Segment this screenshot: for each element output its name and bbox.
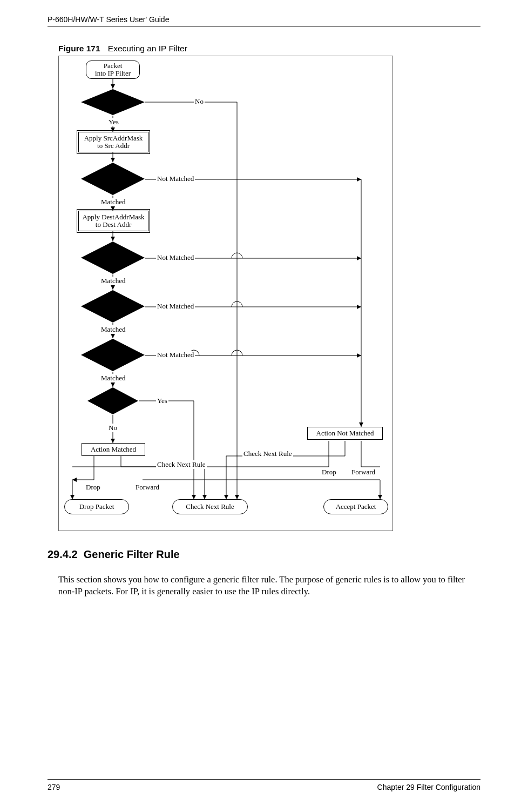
node-check-ports: Check Src & Dest Port [80,338,145,372]
edge-notmatched-3: Not Matched [156,302,195,311]
node-apply-src-label: Apply SrcAddrMask to Src Addr [84,135,143,150]
section-number: 29.4.2 [48,548,78,560]
node-check-src: Check Src IP Addr [80,162,145,196]
page-footer: 279 Chapter 29 Filter Configuration [48,779,480,791]
figure-caption: Figure 171 Executing an IP Filter [58,44,480,53]
node-filter-active: Filter Active? [80,89,145,116]
edge-forward-1: Forward [134,483,160,492]
svg-marker-1 [111,84,115,89]
edge-notmatched-1: Not Matched [156,175,195,183]
svg-marker-7 [111,206,115,211]
node-check-ports-label: Check Src & Dest Port [80,338,145,372]
svg-marker-3 [111,127,115,132]
edge-matched-3: Matched [100,325,126,334]
edge-yes-2: Yes [156,397,168,405]
section-title: Generic Filter Rule [84,548,180,560]
svg-marker-13 [111,334,115,338]
section-body: This section shows you how to configure … [58,574,475,598]
node-apply-dest-label: Apply DestAddrMask to Dest Addr [82,213,144,229]
figure-label: Figure 171 [58,44,100,53]
node-action-matched-label: Action Matched [91,446,136,453]
node-accept-packet-label: Accept Packet [336,503,376,511]
svg-marker-11 [111,285,115,290]
node-accept-packet: Accept Packet [323,499,388,514]
node-action-matched: Action Matched [82,443,145,456]
node-start-label: Packet into IP Filter [95,62,131,78]
svg-marker-32 [192,495,196,499]
svg-marker-23 [357,305,361,309]
edge-no-2: No [107,424,118,432]
svg-marker-30 [202,495,207,499]
node-check-next-rule: Check Next Rule [172,499,248,514]
svg-marker-24 [357,353,361,358]
edge-checknext-1: Check Next Rule [156,460,207,469]
node-apply-src: Apply SrcAddrMask to Src Addr [78,132,148,152]
node-check-src-label: Check Src IP Addr [80,162,145,196]
edge-notmatched-4: Not Matched [156,351,195,359]
svg-marker-34 [235,495,239,499]
node-check-dest-label: Check Dest IP Addr [80,241,145,274]
node-action-not-matched-label: Action Not Matched [316,430,374,437]
node-apply-dest: Apply DestAddrMask to Dest Addr [78,211,148,231]
svg-marker-17 [111,439,115,443]
edge-checknext-2: Check Next Rule [242,449,293,458]
node-drop-packet-label: Drop Packet [79,503,114,511]
document-header: P-660H/HW/W-T Series User' Guide [48,15,480,26]
svg-marker-21 [357,177,361,182]
footer-chapter: Chapter 29 Filter Configuration [377,783,480,791]
svg-marker-19 [359,422,363,427]
footer-page-number: 279 [48,783,60,791]
node-check-proto: Check IP Protocol [80,290,145,323]
edge-yes-1: Yes [107,118,120,126]
svg-marker-5 [111,158,115,162]
node-start: Packet into IP Filter [86,61,140,79]
edge-no-1: No [194,97,205,106]
flowchart: Packet into IP Filter Filter Active? No … [58,56,393,531]
edge-matched-2: Matched [100,277,126,285]
node-more: More? [87,387,139,415]
svg-marker-22 [357,256,361,260]
svg-marker-15 [111,382,115,387]
node-action-not-matched: Action Not Matched [307,427,383,440]
edge-drop-1: Drop [85,483,101,492]
node-filter-active-label: Filter Active? [80,89,145,116]
edge-matched-1: Matched [100,198,126,206]
edge-drop-2: Drop [321,468,337,477]
node-more-label: More? [87,387,139,415]
node-check-proto-label: Check IP Protocol [80,290,145,323]
figure-title: Executing an IP Filter [108,44,187,53]
edge-notmatched-2: Not Matched [156,253,195,262]
svg-marker-27 [72,478,77,482]
svg-marker-38 [224,495,228,499]
node-check-dest: Check Dest IP Addr [80,241,145,274]
edge-forward-2: Forward [350,468,376,477]
node-drop-packet: Drop Packet [64,499,129,514]
svg-marker-28 [378,495,382,499]
node-check-next-rule-label: Check Next Rule [186,503,234,511]
edge-matched-4: Matched [100,374,126,382]
svg-marker-26 [70,495,75,499]
svg-marker-9 [111,237,115,241]
section-heading: 29.4.2 Generic Filter Rule [48,548,480,561]
